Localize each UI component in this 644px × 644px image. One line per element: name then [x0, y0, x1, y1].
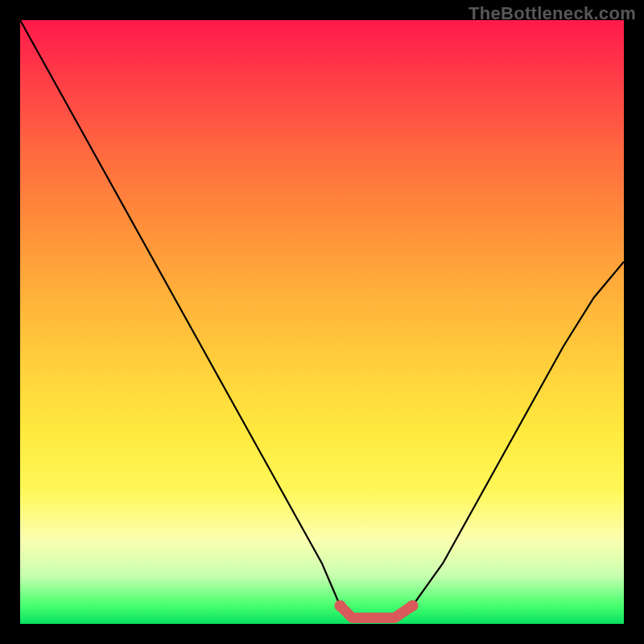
watermark-text: TheBottleneck.com	[469, 3, 636, 24]
optimal-band	[341, 606, 413, 618]
chart-svg	[20, 20, 624, 624]
band-end-right	[407, 601, 419, 612]
band-end-left	[335, 601, 346, 612]
bottleneck-curve	[20, 20, 624, 618]
